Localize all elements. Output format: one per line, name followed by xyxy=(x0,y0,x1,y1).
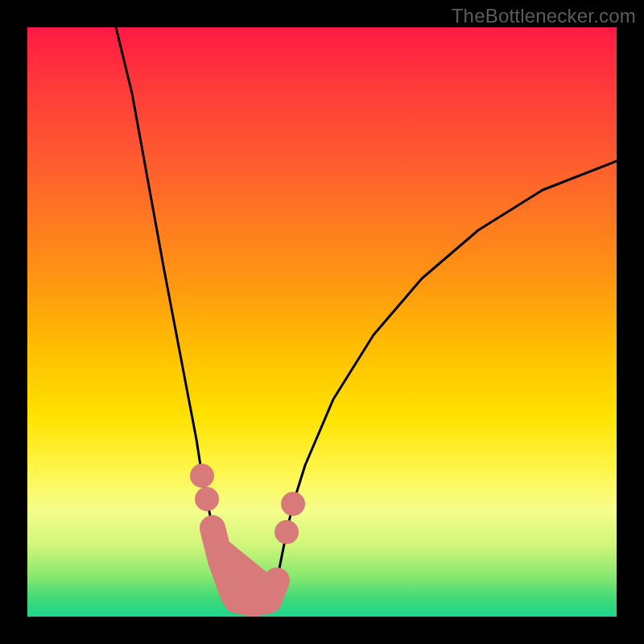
data-marker xyxy=(275,520,299,544)
valley-marker-blob xyxy=(213,528,277,604)
watermark-text: TheBottlenecker.com xyxy=(452,5,636,27)
curve-overlay xyxy=(27,27,617,617)
data-marker xyxy=(195,487,219,511)
bottleneck-curve xyxy=(116,27,617,601)
data-marker xyxy=(190,464,214,488)
chart-frame: TheBottlenecker.com xyxy=(0,0,644,644)
plot-area xyxy=(27,27,617,617)
data-marker xyxy=(281,492,305,516)
